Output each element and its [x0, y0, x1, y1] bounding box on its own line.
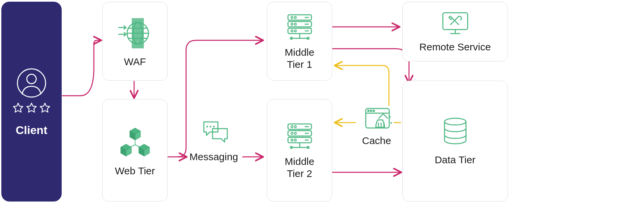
svg-point-50 — [368, 110, 369, 112]
svg-point-44 — [294, 139, 296, 141]
waf-globe-icon — [117, 15, 154, 52]
middle2-label-l2: Tier 2 — [287, 168, 312, 179]
node-messaging — [191, 119, 241, 146]
middle1-label: Middle Tier 1 — [285, 46, 314, 71]
monitor-tools-icon — [440, 10, 470, 37]
chat-bubbles-icon — [201, 119, 231, 146]
middle2-label: Middle Tier 2 — [285, 156, 314, 180]
node-waf: WAF — [102, 2, 168, 81]
svg-point-25 — [291, 23, 293, 25]
svg-point-24 — [294, 16, 296, 18]
middle1-label-l1: Middle — [285, 47, 314, 58]
middle1-label-l2: Tier 1 — [287, 59, 312, 70]
cache-label: Cache — [362, 135, 391, 146]
node-middle1: Middle Tier 1 — [267, 2, 332, 81]
svg-point-27 — [291, 30, 293, 32]
svg-point-42 — [294, 132, 296, 134]
broom-browser-icon — [364, 106, 394, 133]
svg-point-40 — [294, 126, 296, 128]
user-stars-icon — [11, 66, 52, 117]
server-icon — [285, 12, 315, 42]
svg-point-52 — [373, 110, 374, 112]
svg-point-14 — [210, 126, 212, 128]
node-cache — [357, 106, 401, 133]
node-webtier: Web Tier — [102, 99, 168, 202]
svg-point-0 — [17, 69, 46, 97]
datatier-label: Data Tier — [435, 154, 476, 166]
architecture-diagram: Client WAF — [0, 0, 644, 220]
svg-point-26 — [294, 23, 296, 25]
svg-point-41 — [291, 132, 293, 134]
svg-point-43 — [291, 139, 293, 141]
server-icon — [285, 121, 315, 151]
svg-point-28 — [294, 30, 296, 32]
svg-point-23 — [291, 16, 293, 18]
node-remote: Remote Service — [402, 2, 508, 61]
edge-client-waf — [62, 40, 101, 96]
svg-point-39 — [291, 126, 293, 128]
svg-point-13 — [207, 126, 208, 128]
node-client: Client — [1, 2, 62, 202]
cubes-icon — [117, 124, 154, 161]
webtier-label: Web Tier — [115, 165, 155, 177]
svg-point-59 — [445, 118, 466, 125]
database-icon — [440, 116, 470, 150]
svg-point-1 — [27, 74, 36, 84]
node-middle2: Middle Tier 2 — [267, 99, 332, 202]
remote-label: Remote Service — [419, 41, 491, 53]
waf-label: WAF — [124, 56, 146, 68]
middle2-label-l1: Middle — [285, 156, 314, 167]
client-label: Client — [16, 123, 47, 137]
edge-middle1-datatier — [332, 49, 409, 82]
svg-point-51 — [370, 110, 372, 112]
svg-point-15 — [213, 126, 215, 128]
node-datatier: Data Tier — [402, 81, 508, 202]
messaging-label: Messaging — [189, 151, 238, 163]
